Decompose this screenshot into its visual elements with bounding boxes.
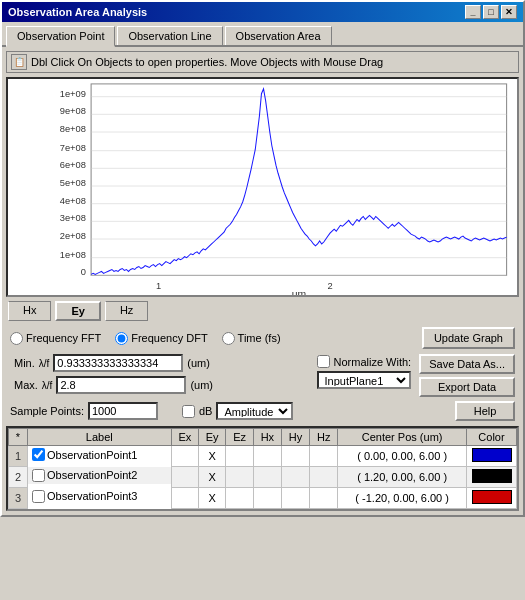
col-label: Label (27, 429, 171, 446)
svg-text:1: 1 (156, 281, 161, 291)
row1-ex (171, 446, 198, 467)
row1-color (467, 446, 517, 467)
svg-text:1e+08: 1e+08 (60, 250, 86, 260)
row2-hy (281, 467, 309, 488)
row2-center-pos: ( 1.20, 0.00, 6.00 ) (338, 467, 467, 488)
svg-text:6e+08: 6e+08 (60, 161, 86, 171)
row3-hz (310, 488, 338, 509)
component-tabs: Hx Ey Hz (6, 301, 519, 321)
tab-observation-line[interactable]: Observation Line (117, 26, 222, 45)
row3-color (467, 488, 517, 509)
content-area: 📋 Dbl Click On Objects to open propertie… (2, 47, 523, 515)
db-checkbox[interactable] (182, 405, 195, 418)
radio-time[interactable]: Time (fs) (222, 332, 281, 345)
window-title: Observation Area Analysis (8, 6, 147, 18)
chart-svg: 0 1e+08 2e+08 3e+08 4e+08 5e+08 6e+08 7e… (8, 79, 517, 295)
row1-color-swatch (472, 448, 512, 462)
toolbar-icon: 📋 (11, 54, 27, 70)
row2-color (467, 467, 517, 488)
row1-ey: X (199, 446, 226, 467)
save-data-button[interactable]: Save Data As... (419, 354, 515, 374)
amplitude-dropdown[interactable]: Amplitude Phase Real Imaginary (216, 402, 293, 420)
row2-ex (171, 467, 198, 488)
close-button[interactable]: ✕ (501, 5, 517, 19)
row3-center-pos: ( -1.20, 0.00, 6.00 ) (338, 488, 467, 509)
row3-ey: X (199, 488, 226, 509)
max-label: Max. (14, 379, 38, 391)
row1-checkbox[interactable] (32, 448, 45, 461)
data-table: * Label Ex Ey Ez Hx Hy Hz Center Pos (um… (8, 428, 517, 509)
svg-text:1e+09: 1e+09 (60, 89, 86, 99)
toolbar-bar: 📋 Dbl Click On Objects to open propertie… (6, 51, 519, 73)
col-hy: Hy (281, 429, 309, 446)
tabs-bar: Observation Point Observation Line Obser… (2, 22, 523, 47)
max-unit: (um) (190, 379, 213, 391)
row2-ey: X (199, 467, 226, 488)
svg-text:0: 0 (81, 268, 86, 278)
sample-input[interactable] (88, 402, 158, 420)
tab-observation-point[interactable]: Observation Point (6, 26, 115, 47)
table-container: * Label Ex Ey Ez Hx Hy Hz Center Pos (um… (6, 426, 519, 511)
radio-time-input[interactable] (222, 332, 235, 345)
row2-hz (310, 467, 338, 488)
max-input[interactable] (56, 376, 186, 394)
row2-checkbox[interactable] (32, 469, 45, 482)
col-star: * (9, 429, 28, 446)
update-graph-button[interactable]: Update Graph (422, 327, 515, 349)
svg-rect-2 (91, 84, 507, 275)
maximize-button[interactable]: □ (483, 5, 499, 19)
help-button[interactable]: Help (455, 401, 515, 421)
col-center-pos: Center Pos (um) (338, 429, 467, 446)
col-color: Color (467, 429, 517, 446)
max-row: Max. λ/f (um) (10, 376, 313, 394)
radio-freq-fft[interactable]: Frequency FFT (10, 332, 101, 345)
min-lambda: λ/f (39, 358, 50, 369)
row3-checkbox[interactable] (32, 490, 45, 503)
tab-hz[interactable]: Hz (105, 301, 148, 321)
row1-label: ObservationPoint1 (47, 449, 138, 461)
radio-freq-fft-input[interactable] (10, 332, 23, 345)
min-input[interactable] (53, 354, 183, 372)
col-ey: Ey (199, 429, 226, 446)
col-ex: Ex (171, 429, 198, 446)
chart-area: 0 1e+08 2e+08 3e+08 4e+08 5e+08 6e+08 7e… (6, 77, 519, 297)
col-ez: Ez (226, 429, 253, 446)
max-lambda: λ/f (42, 380, 53, 391)
col-hz: Hz (310, 429, 338, 446)
svg-text:4e+08: 4e+08 (60, 196, 86, 206)
row3-label: ObservationPoint3 (47, 490, 138, 502)
row1-hz (310, 446, 338, 467)
side-buttons: Save Data As... Export Data (419, 354, 515, 397)
row1-hy (281, 446, 309, 467)
row3-hx (253, 488, 281, 509)
col-hx: Hx (253, 429, 281, 446)
row1-ez (226, 446, 253, 467)
tab-ey[interactable]: Ey (55, 301, 100, 321)
title-bar: Observation Area Analysis _ □ ✕ (2, 2, 523, 22)
svg-text:9e+08: 9e+08 (60, 107, 86, 117)
svg-text:2e+08: 2e+08 (60, 231, 86, 241)
row1-center-pos: ( 0.00, 0.00, 6.00 ) (338, 446, 467, 467)
normalize-dropdown[interactable]: InputPlane1 (317, 371, 412, 389)
radio-freq-dft[interactable]: Frequency DFT (115, 332, 207, 345)
row2-ez (226, 467, 253, 488)
min-label: Min. (14, 357, 35, 369)
svg-text:5e+08: 5e+08 (60, 178, 86, 188)
title-bar-buttons: _ □ ✕ (465, 5, 517, 19)
sample-label: Sample Points: (10, 405, 84, 417)
svg-text:2: 2 (327, 281, 332, 291)
row3-ex (171, 488, 198, 509)
export-data-button[interactable]: Export Data (419, 377, 515, 397)
table-row: 3 ObservationPoint3 X ( -1.20, 0.00, 6.0… (9, 488, 517, 509)
radio-freq-dft-input[interactable] (115, 332, 128, 345)
table-row: 2 ObservationPoint2 X ( 1.20, 0.00, 6.00… (9, 467, 517, 488)
row-num-3: 3 (9, 488, 28, 509)
minimize-button[interactable]: _ (465, 5, 481, 19)
normalize-checkbox[interactable] (317, 355, 330, 368)
row-num-2: 2 (9, 467, 28, 488)
normalize-label: Normalize With: (334, 356, 412, 368)
tab-hx[interactable]: Hx (8, 301, 51, 321)
row3-color-swatch (472, 490, 512, 504)
tab-observation-area[interactable]: Observation Area (225, 26, 332, 45)
row2-label: ObservationPoint2 (47, 469, 138, 481)
